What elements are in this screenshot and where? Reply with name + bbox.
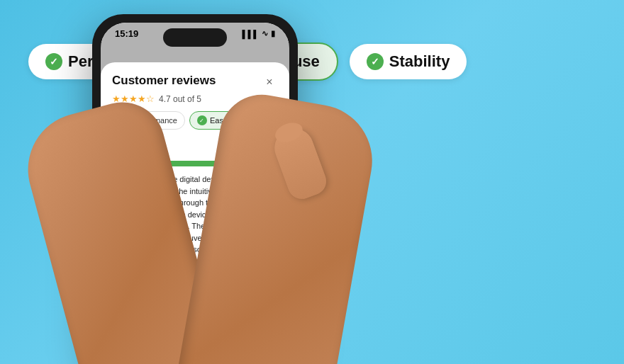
modal-close-button[interactable]: × [261, 74, 278, 91]
stability-check-icon: ✓ [367, 53, 384, 70]
performance-check-icon: ✓ [45, 53, 62, 70]
modal-header: Customer reviews × [112, 74, 278, 91]
bg-pill-stability[interactable]: ✓ Stability [350, 44, 467, 79]
dynamic-island [163, 28, 227, 47]
modal-title: Customer reviews [112, 74, 216, 88]
chip-ease-of-use-check: ✓ [197, 115, 207, 125]
rating-value: 4.7 out of 5 [159, 94, 201, 104]
phone-container: 15:19 ▌▌▌ ∿ ▮ Customer reviews × ★★★★☆ 4… [92, 14, 298, 364]
bg-pill-stability-label: Stability [389, 52, 450, 71]
